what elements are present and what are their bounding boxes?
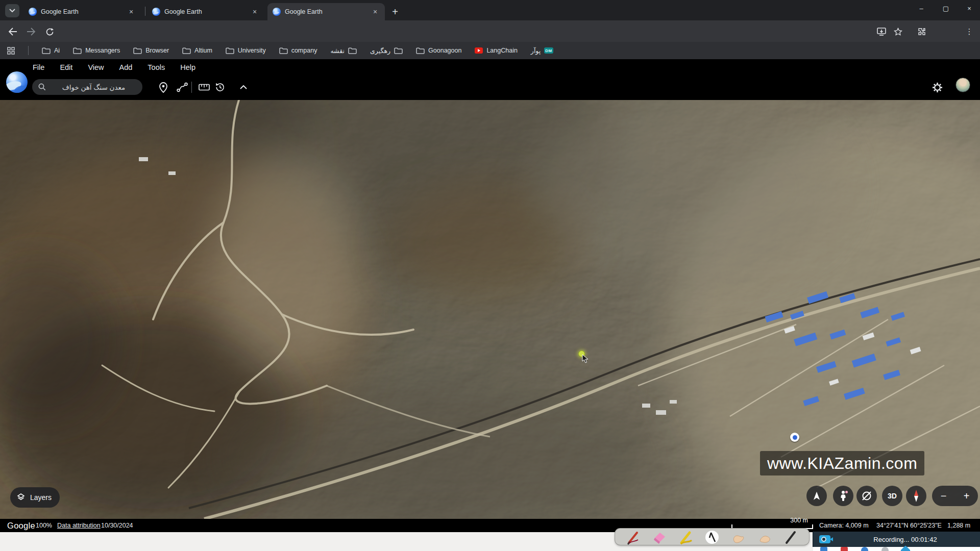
menu-view[interactable]: View	[88, 63, 104, 71]
camera-altitude: Camera: 4,009 m	[819, 522, 869, 529]
browser-menu-button[interactable]: ⋮	[962, 24, 977, 39]
tab-title: Google Earth	[285, 8, 366, 15]
bookmark-langchain[interactable]: LangChain	[475, 47, 517, 54]
new-tab-button[interactable]: +	[388, 5, 402, 19]
bookmark-folder-naqshe[interactable]: نقشه	[330, 47, 357, 55]
layers-label: Layers	[30, 493, 52, 502]
data-attribution-link[interactable]: Data attribution	[57, 522, 101, 529]
coordinates: 34°27'41"N 60°25'23"E	[876, 522, 942, 529]
earth-menu-bar: File Edit View Add Tools Help	[33, 59, 195, 76]
folder-icon	[226, 47, 234, 54]
video-camera-icon	[819, 535, 830, 543]
bookmark-label: Goonagoon	[428, 47, 461, 54]
forward-button[interactable]	[23, 24, 39, 39]
navigation-arrow-button[interactable]	[806, 486, 827, 506]
path-line-icon	[177, 82, 188, 92]
bookmarks-divider	[28, 46, 29, 55]
folder-icon	[42, 47, 51, 54]
bookmark-folder-university[interactable]: University	[226, 47, 266, 54]
black-pen-tool[interactable]	[783, 530, 798, 545]
tab-close-icon[interactable]: ×	[371, 7, 380, 16]
menu-add[interactable]: Add	[119, 63, 133, 71]
tab-3-active[interactable]: Google Earth ×	[267, 3, 385, 20]
draw-path-button[interactable]	[174, 79, 191, 96]
bookmark-folder-browser[interactable]: Browser	[133, 47, 169, 54]
apps-grid-icon[interactable]	[7, 47, 15, 55]
stop-button[interactable]	[841, 547, 848, 551]
bookmark-folder-ai[interactable]: Ai	[42, 47, 60, 54]
bookmark-star-button[interactable]	[890, 24, 905, 39]
google-earth-logo[interactable]	[6, 71, 28, 93]
cursor-tool[interactable]	[704, 530, 720, 545]
menu-tools[interactable]: Tools	[148, 63, 165, 71]
historical-imagery-button[interactable]	[211, 79, 229, 96]
back-arrow-icon	[8, 28, 17, 36]
tab-close-icon[interactable]: ×	[250, 7, 259, 16]
toggle-3d-button[interactable]: 3D	[882, 486, 902, 506]
placemark-button[interactable]	[155, 79, 172, 96]
tab-1[interactable]: Google Earth ×	[23, 3, 141, 20]
bookmark-folder-altium[interactable]: Altium	[182, 47, 212, 54]
earth-account-avatar[interactable]	[955, 78, 970, 92]
chevron-up-icon	[240, 85, 247, 89]
place-marker-icon[interactable]	[790, 433, 799, 442]
measure-button[interactable]	[195, 79, 213, 96]
tab-search-button[interactable]	[5, 4, 19, 17]
restart-button[interactable]	[861, 547, 868, 551]
gesture-hand-tool-2[interactable]	[757, 530, 772, 545]
compass-button[interactable]	[906, 486, 926, 506]
reload-button[interactable]	[42, 24, 57, 39]
eraser-tool[interactable]	[652, 530, 667, 545]
screen-recorder-widget[interactable]: Recording... 00:01:42	[813, 532, 980, 547]
zoom-out-button[interactable]: −	[932, 486, 955, 506]
zoom-in-button[interactable]: +	[955, 486, 978, 506]
pegman-icon	[838, 490, 848, 502]
earth-search-input[interactable]: معدن سنگ آهن خواف	[32, 79, 142, 95]
tab-divider	[145, 7, 145, 16]
window-close-button[interactable]: ×	[958, 0, 980, 16]
send-to-device-button[interactable]	[874, 24, 889, 39]
street-view-pegman-button[interactable]	[833, 486, 853, 506]
layers-button[interactable]: Layers	[10, 487, 60, 508]
settings-button[interactable]	[928, 79, 946, 96]
red-pen-tool[interactable]	[626, 530, 641, 545]
star-icon	[894, 28, 902, 36]
tab-2[interactable]: Google Earth ×	[147, 3, 264, 20]
pause-button[interactable]	[820, 547, 827, 551]
menu-edit[interactable]: Edit	[60, 63, 72, 71]
extensions-button[interactable]	[914, 24, 929, 39]
bookmark-label: Ai	[54, 47, 60, 54]
map-viewport[interactable]: پکیج تصفیه فاضلاب بلوبیل www.KIAZamin.co…	[0, 100, 980, 519]
orbit-disabled-button[interactable]	[856, 486, 877, 506]
mouse-cursor	[578, 350, 592, 364]
watermark: www.KIAZamin.com	[760, 451, 924, 475]
target-button[interactable]	[881, 547, 889, 551]
search-query-text: معدن سنگ آهن خواف	[51, 83, 136, 91]
bookmark-folder-company[interactable]: company	[279, 47, 317, 54]
ruler-icon	[199, 84, 210, 91]
bookmark-folder-goonagoon[interactable]: Goonagoon	[416, 47, 461, 54]
compass-needle-icon	[911, 489, 921, 503]
window-minimize-button[interactable]: –	[910, 0, 933, 16]
bookmark-label: University	[238, 47, 266, 54]
folder-icon	[73, 47, 82, 54]
menu-file[interactable]: File	[33, 63, 44, 71]
tab-close-icon[interactable]: ×	[127, 7, 136, 16]
collapse-toolbar-button[interactable]	[235, 79, 252, 96]
elevation: 1,288 m	[947, 522, 970, 529]
window-maximize-button[interactable]: ▢	[934, 0, 958, 16]
highlighter-tool[interactable]	[678, 530, 694, 545]
bookmark-label: Messangers	[85, 47, 120, 54]
bookmark-pooar[interactable]: DM پوآر	[531, 47, 553, 55]
gesture-hand-tool-1[interactable]	[730, 530, 746, 545]
imagery-date: 10/30/2024	[101, 522, 133, 529]
back-button[interactable]	[5, 24, 20, 39]
bookmark-folder-messangers[interactable]: Messangers	[73, 47, 120, 54]
reload-icon	[45, 28, 54, 36]
bookmark-label: نقشه	[330, 47, 345, 55]
menu-help[interactable]: Help	[180, 63, 195, 71]
extensions-puzzle-icon	[917, 28, 926, 36]
earth-status-bar: Google 100% Data attribution 10/30/2024 …	[0, 519, 980, 532]
bookmark-folder-rahgiri[interactable]: رهگیری	[370, 47, 403, 55]
recording-status: Recording... 00:01:42	[830, 536, 980, 543]
